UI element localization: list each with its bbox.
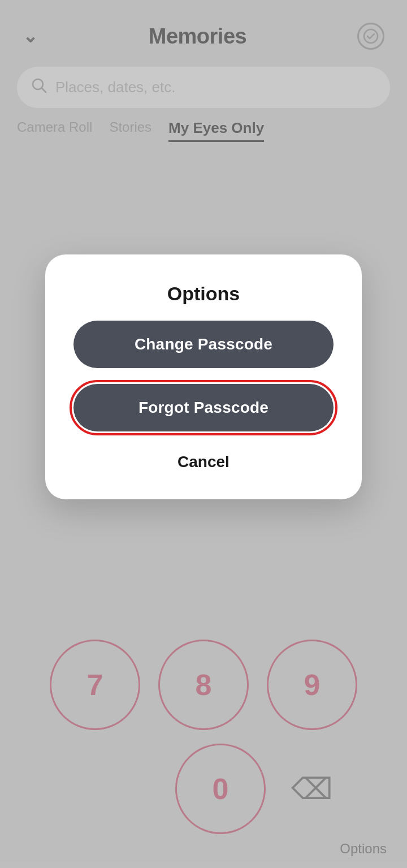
options-modal: Options Change Passcode Forgot Passcode … <box>45 254 362 499</box>
cancel-button[interactable]: Cancel <box>177 447 230 477</box>
modal-overlay: Options Change Passcode Forgot Passcode … <box>0 0 407 868</box>
forgot-passcode-button[interactable]: Forgot Passcode <box>73 384 334 431</box>
change-passcode-button[interactable]: Change Passcode <box>73 321 334 368</box>
modal-title: Options <box>167 283 240 305</box>
